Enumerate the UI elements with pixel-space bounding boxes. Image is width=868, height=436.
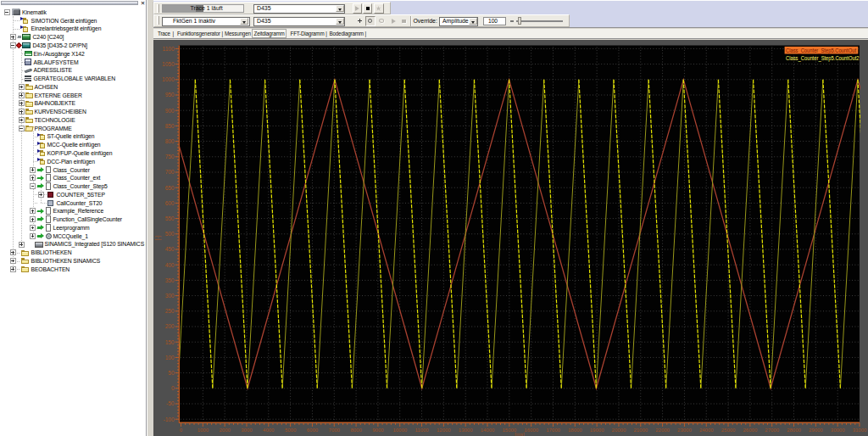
svg-text:100: 100 bbox=[165, 354, 175, 360]
svg-text:5000: 5000 bbox=[285, 427, 297, 432]
svg-text:800: 800 bbox=[165, 137, 175, 143]
svg-text:600: 600 bbox=[165, 199, 175, 205]
svg-text:21000: 21000 bbox=[633, 427, 648, 432]
svg-text:3000: 3000 bbox=[241, 427, 253, 432]
svg-text:17000: 17000 bbox=[546, 427, 560, 432]
svg-text:9000: 9000 bbox=[372, 427, 384, 432]
svg-text:10000: 10000 bbox=[392, 427, 407, 432]
svg-text:0: 0 bbox=[180, 427, 183, 432]
svg-text:[ms]: [ms] bbox=[515, 432, 525, 436]
svg-text:250: 250 bbox=[165, 308, 175, 314]
svg-text:7000: 7000 bbox=[329, 427, 341, 432]
svg-text:350: 350 bbox=[165, 277, 175, 282]
svg-text:20000: 20000 bbox=[612, 427, 626, 432]
svg-text:400: 400 bbox=[165, 261, 175, 267]
svg-text:200: 200 bbox=[165, 323, 175, 329]
svg-text:150: 150 bbox=[165, 338, 175, 344]
svg-text:0: 0 bbox=[171, 385, 175, 391]
svg-text:12000: 12000 bbox=[437, 427, 451, 432]
svg-text:550: 550 bbox=[165, 215, 175, 221]
svg-text:50: 50 bbox=[168, 369, 175, 375]
svg-text:300: 300 bbox=[165, 292, 175, 298]
svg-text:6000: 6000 bbox=[307, 427, 319, 432]
svg-text:900: 900 bbox=[165, 107, 175, 113]
svg-text:31000: 31000 bbox=[853, 427, 867, 432]
svg-text:[-]: [-] bbox=[154, 235, 161, 240]
svg-text:14000: 14000 bbox=[481, 427, 495, 432]
svg-text:-100: -100 bbox=[163, 416, 174, 422]
svg-text:950: 950 bbox=[165, 92, 175, 98]
svg-text:13000: 13000 bbox=[459, 427, 473, 432]
svg-text:-50: -50 bbox=[166, 400, 175, 406]
svg-text:19000: 19000 bbox=[590, 427, 604, 432]
svg-text:1000: 1000 bbox=[198, 427, 209, 432]
svg-text:500: 500 bbox=[165, 231, 175, 237]
svg-text:Class_Counter_Step5.CountOut2: Class_Counter_Step5.CountOut2 bbox=[786, 54, 860, 61]
svg-text:8000: 8000 bbox=[350, 427, 362, 432]
svg-text:Class_Counter_Step5.CountOut: Class_Counter_Step5.CountOut bbox=[786, 47, 856, 53]
svg-text:750: 750 bbox=[165, 154, 175, 159]
svg-text:25000: 25000 bbox=[721, 427, 736, 432]
svg-text:26000: 26000 bbox=[743, 427, 758, 432]
svg-text:22000: 22000 bbox=[655, 427, 670, 432]
svg-text:16000: 16000 bbox=[524, 427, 538, 432]
svg-text:4000: 4000 bbox=[263, 427, 275, 432]
svg-text:18000: 18000 bbox=[568, 427, 582, 432]
svg-text:1050: 1050 bbox=[162, 60, 175, 66]
svg-text:24000: 24000 bbox=[699, 427, 714, 432]
svg-text:2000: 2000 bbox=[219, 427, 231, 432]
svg-text:850: 850 bbox=[165, 122, 175, 128]
svg-text:11000: 11000 bbox=[415, 427, 429, 432]
svg-text:28000: 28000 bbox=[787, 427, 801, 432]
svg-text:650: 650 bbox=[165, 184, 175, 190]
svg-text:29000: 29000 bbox=[809, 427, 823, 432]
svg-text:700: 700 bbox=[165, 169, 175, 175]
svg-text:450: 450 bbox=[165, 246, 175, 252]
svg-text:1000: 1000 bbox=[162, 76, 175, 82]
svg-text:23000: 23000 bbox=[677, 427, 692, 432]
svg-text:27000: 27000 bbox=[765, 427, 779, 432]
svg-text:1100: 1100 bbox=[163, 45, 175, 51]
svg-text:30000: 30000 bbox=[831, 427, 845, 432]
